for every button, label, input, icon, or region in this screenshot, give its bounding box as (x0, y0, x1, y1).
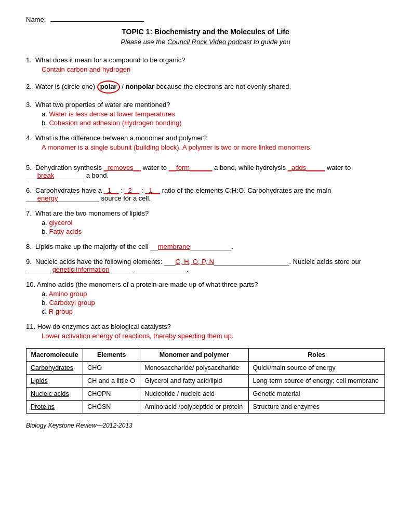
q3-answers: Water is less dense at lower temperature… (26, 110, 385, 127)
row4-roles: Structure and enzymes (248, 400, 385, 413)
q7-number: 7. (26, 209, 32, 217)
row4-monomer: Amino acid /polypeptide or protein (140, 400, 248, 413)
table-row: Nucleic acids CHOPN Nucleotide / nucleic… (26, 387, 385, 400)
q7-text: 7. What are the two monomers of lipids? (26, 209, 385, 217)
q9-number: 9. (26, 258, 32, 265)
q8-number: 8. (26, 243, 32, 250)
row2-monomer: Glycerol and fatty acid/lipid (140, 374, 248, 387)
q4-number: 4. (26, 134, 32, 142)
q10-number: 10. (26, 281, 35, 288)
q3-text: 3. What two properties of water are ment… (26, 101, 385, 109)
col-elements: Elements (83, 348, 140, 361)
question-6: 6. Carbohydrates have a _1__ : _2__ : _1… (26, 187, 385, 202)
subtitle-prefix: Please use the (121, 38, 167, 46)
question-2: 2. Water is (circle one) polar / nonpola… (26, 81, 385, 94)
row1-elements: CHO (83, 361, 140, 374)
q7-answer-a: glycerol (42, 219, 385, 227)
q10-answer-b: Carboxyl group (42, 299, 385, 307)
table-row: Carbohydrates CHO Monosaccharide/ polysa… (26, 361, 385, 374)
row2-roles: Long-term source of energy; cell membran… (248, 374, 385, 387)
q3-answer-b: Cohesion and adhesion (Hydrogen bonding) (42, 119, 385, 127)
question-5: 5. Dehydration synthesis _removes__ wate… (26, 164, 385, 179)
footer: Biology Keystone Review—2012-2013 (26, 422, 385, 429)
row1-roles: Quick/main source of energy (248, 361, 385, 374)
row3-macro: Nucleic acids (26, 387, 83, 400)
row4-macro: Proteins (26, 400, 83, 413)
q7-answers: glycerol Fatty acids (26, 219, 385, 235)
q1-answer: Contain carbon and hydrogen (26, 65, 385, 73)
q10-answer-a: Amino group (42, 290, 385, 298)
col-roles: Roles (248, 348, 385, 361)
row2-macro: Lipids (26, 374, 83, 387)
row3-elements: CHOPN (83, 387, 140, 400)
q11-number: 11. (26, 323, 35, 330)
q9-text: 9. Nucleic acids have the following elem… (26, 258, 385, 273)
question-3: 3. What two properties of water are ment… (26, 101, 385, 127)
q11-text: 11. How do enzymes act as biological cat… (26, 323, 385, 330)
question-10: 10. Amino acids (the monomers of a prote… (26, 281, 385, 315)
q1-text: 1. What does it mean for a compound to b… (26, 56, 385, 64)
question-9: 9. Nucleic acids have the following elem… (26, 258, 385, 273)
question-4: 4. What is the difference between a mono… (26, 134, 385, 151)
name-underline (50, 21, 144, 22)
q11-answer: Lower activation energy of reactions, th… (26, 332, 385, 340)
page-subtitle: Please use the Council Rock Video podcas… (26, 38, 385, 46)
question-8: 8. Lipids make up the majority of the ce… (26, 243, 385, 250)
q1-number: 1. (26, 56, 32, 64)
col-monomer-polymer: Monomer and polymer (140, 348, 248, 361)
q10-answers: Amino group Carboxyl group R group (26, 290, 385, 315)
name-label: Name: (26, 16, 46, 23)
q2-text: 2. Water is (circle one) polar / nonpola… (26, 81, 385, 94)
row1-monomer: Monosaccharide/ polysaccharide (140, 361, 248, 374)
q5-text: 5. Dehydration synthesis _removes__ wate… (26, 164, 385, 179)
table-row: Lipids CH and a little O Glycerol and fa… (26, 374, 385, 387)
row4-elements: CHOSN (83, 400, 140, 413)
q6-number: 6. (26, 187, 32, 194)
page-title: TOPIC 1: Biochemistry and the Molecules … (26, 28, 385, 36)
macromolecule-table: Macromolecule Elements Monomer and polym… (26, 348, 385, 414)
q7-answer-b: Fatty acids (42, 228, 385, 235)
subtitle-suffix: to guide you (251, 38, 290, 46)
question-1: 1. What does it mean for a compound to b… (26, 56, 385, 73)
row3-roles: Genetic material (248, 387, 385, 400)
row2-elements: CH and a little O (83, 374, 140, 387)
q4-answer: A monomer is a single subunit (building … (26, 143, 385, 151)
row1-macro: Carbohydrates (26, 361, 83, 374)
question-11: 11. How do enzymes act as biological cat… (26, 323, 385, 340)
subtitle-link: Council Rock Video podcast (167, 38, 251, 46)
circled-polar: polar (97, 81, 120, 94)
question-7: 7. What are the two monomers of lipids? … (26, 209, 385, 235)
row3-monomer: Nucleotide / nucleic acid (140, 387, 248, 400)
table-row: Proteins CHOSN Amino acid /polypeptide o… (26, 400, 385, 413)
q8-text: 8. Lipids make up the majority of the ce… (26, 243, 385, 250)
q10-answer-c: R group (42, 308, 385, 315)
q5-number: 5. (26, 164, 32, 171)
q3-answer-a: Water is less dense at lower temperature… (42, 110, 385, 118)
q4-text: 4. What is the difference between a mono… (26, 134, 385, 142)
q6-text: 6. Carbohydrates have a _1__ : _2__ : _1… (26, 187, 385, 202)
q2-number: 2. (26, 83, 32, 90)
col-macromolecule: Macromolecule (26, 348, 83, 361)
q10-text: 10. Amino acids (the monomers of a prote… (26, 281, 385, 288)
name-field: Name: (26, 16, 385, 23)
q3-number: 3. (26, 101, 32, 109)
